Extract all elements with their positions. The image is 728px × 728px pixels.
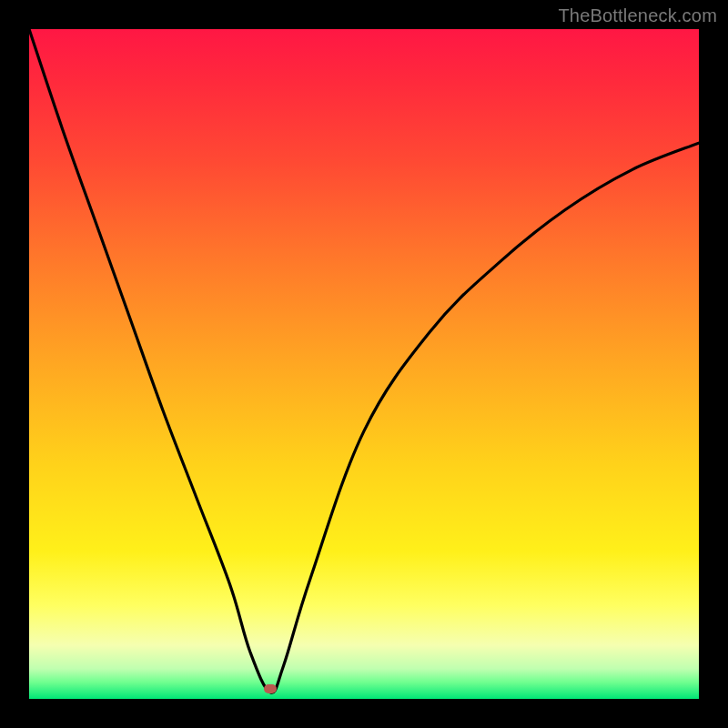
- bottleneck-curve: [29, 29, 699, 693]
- optimal-point-marker: [264, 684, 277, 693]
- chart-frame: TheBottleneck.com: [0, 0, 728, 728]
- plot-area: [29, 29, 699, 699]
- watermark-text: TheBottleneck.com: [558, 5, 717, 26]
- curve-svg: [29, 29, 699, 699]
